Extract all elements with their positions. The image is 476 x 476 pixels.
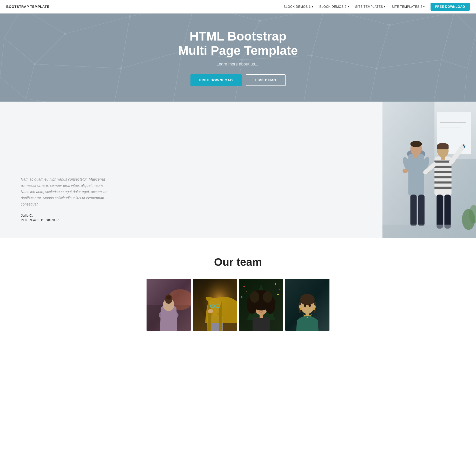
about-text-panel: Nam ac quam eu nibh varius consectetur. … <box>0 102 382 238</box>
svg-point-93 <box>279 289 280 290</box>
hero-buttons: FREE DOWNLOAD LIVE DEMO <box>178 74 298 86</box>
svg-point-111 <box>300 308 302 310</box>
team-member-card-2 <box>193 279 237 331</box>
team-member-image-3 <box>239 279 283 331</box>
svg-point-33 <box>310 54 313 56</box>
svg-rect-54 <box>434 166 452 168</box>
svg-point-102 <box>263 291 272 303</box>
svg-point-24 <box>129 15 131 17</box>
svg-rect-50 <box>410 195 416 226</box>
svg-rect-56 <box>434 176 452 178</box>
svg-point-112 <box>313 308 315 310</box>
svg-rect-67 <box>444 195 451 229</box>
team-member-card-1 <box>147 279 191 331</box>
svg-point-108 <box>300 294 315 305</box>
svg-marker-13 <box>303 55 376 102</box>
svg-point-44 <box>410 141 422 147</box>
svg-marker-8 <box>0 38 35 99</box>
svg-marker-0 <box>4 14 65 64</box>
svg-point-23 <box>64 33 66 35</box>
svg-point-48 <box>402 169 408 173</box>
svg-point-103 <box>258 307 260 309</box>
hero-section: HTML Bootstrap Multi Page Template Learn… <box>0 14 476 102</box>
svg-rect-57 <box>434 182 452 184</box>
about-image-panel <box>382 102 476 238</box>
hero-title: HTML Bootstrap Multi Page Template <box>178 29 298 58</box>
about-people-image <box>382 102 476 238</box>
about-role: INTERFACE DESIGNER <box>21 219 367 222</box>
nav-site-templates-2[interactable]: SITE TEMPLATES 2 ▾ <box>389 3 427 10</box>
svg-rect-53 <box>434 161 452 163</box>
nav-block-demos-1[interactable]: BLOCK DEMOS 1 ▾ <box>281 3 316 10</box>
team-member-image-1 <box>147 279 191 331</box>
svg-point-90 <box>277 294 279 295</box>
svg-line-17 <box>121 16 130 68</box>
hero-download-button[interactable]: FREE DOWNLOAD <box>190 74 242 86</box>
svg-point-91 <box>241 296 242 298</box>
svg-point-86 <box>208 309 213 313</box>
svg-point-92 <box>246 291 247 292</box>
svg-marker-9 <box>26 64 121 102</box>
dropdown-arrow-icon: ▾ <box>423 5 425 8</box>
nav-site-templates[interactable]: SITE TEMPLATES ▾ <box>353 3 388 10</box>
svg-line-20 <box>312 14 325 55</box>
svg-point-115 <box>307 317 308 318</box>
dropdown-arrow-icon: ▾ <box>384 5 385 8</box>
hero-subtitle: Learn more about us.... <box>178 62 298 67</box>
svg-marker-15 <box>433 60 467 102</box>
svg-rect-95 <box>253 317 270 331</box>
svg-rect-68 <box>382 225 476 238</box>
svg-rect-55 <box>434 171 452 173</box>
about-section: Nam ac quam eu nibh varius consectetur. … <box>0 102 476 238</box>
svg-point-89 <box>275 283 276 285</box>
nav-links: BLOCK DEMOS 1 ▾ BLOCK DEMOS 2 ▾ SITE TEM… <box>281 3 470 11</box>
svg-point-77 <box>166 295 171 300</box>
svg-point-104 <box>262 307 265 309</box>
svg-rect-66 <box>437 195 443 229</box>
team-section-title: Our team <box>5 256 471 268</box>
team-member-card-3 <box>239 279 283 331</box>
nav-block-demos-2[interactable]: BLOCK DEMOS 2 ▾ <box>317 3 352 10</box>
svg-rect-62 <box>441 156 445 160</box>
svg-point-113 <box>304 304 306 307</box>
svg-point-28 <box>388 24 391 26</box>
dropdown-arrow-icon: ▾ <box>312 5 313 8</box>
svg-point-88 <box>243 286 245 287</box>
nav-download-button[interactable]: FREE DOWNLOAD <box>431 3 470 11</box>
team-member-card-4 <box>285 279 329 331</box>
svg-rect-42 <box>408 154 424 196</box>
svg-rect-58 <box>434 187 452 189</box>
svg-rect-61 <box>437 146 448 149</box>
svg-point-116 <box>304 315 305 316</box>
svg-rect-45 <box>414 154 418 158</box>
dropdown-arrow-icon: ▾ <box>348 5 349 8</box>
team-member-image-2 <box>193 279 237 331</box>
about-quote: Nam ac quam eu nibh varius consectetur. … <box>21 176 109 207</box>
svg-point-34 <box>375 67 378 69</box>
team-member-image-4 <box>285 279 329 331</box>
hero-content: HTML Bootstrap Multi Page Template Learn… <box>178 29 298 86</box>
svg-marker-5 <box>312 14 389 68</box>
svg-point-26 <box>259 20 261 22</box>
svg-point-29 <box>34 63 36 65</box>
about-name: Julie C. <box>21 214 367 217</box>
svg-point-114 <box>309 304 311 307</box>
team-section: Our team <box>0 238 476 336</box>
svg-point-101 <box>250 291 259 303</box>
svg-line-21 <box>376 25 389 69</box>
svg-line-22 <box>441 14 454 60</box>
team-grid <box>5 279 471 331</box>
svg-point-117 <box>310 315 311 316</box>
nav-brand: BOOTSTRAP TEMPLATE <box>6 5 49 9</box>
svg-point-30 <box>120 67 122 69</box>
navbar: BOOTSTRAP TEMPLATE BLOCK DEMOS 1 ▾ BLOCK… <box>0 0 476 14</box>
svg-rect-51 <box>418 195 425 226</box>
hero-live-demo-button[interactable]: LIVE DEMO <box>246 74 286 86</box>
svg-line-16 <box>35 34 65 64</box>
svg-marker-14 <box>368 60 441 102</box>
